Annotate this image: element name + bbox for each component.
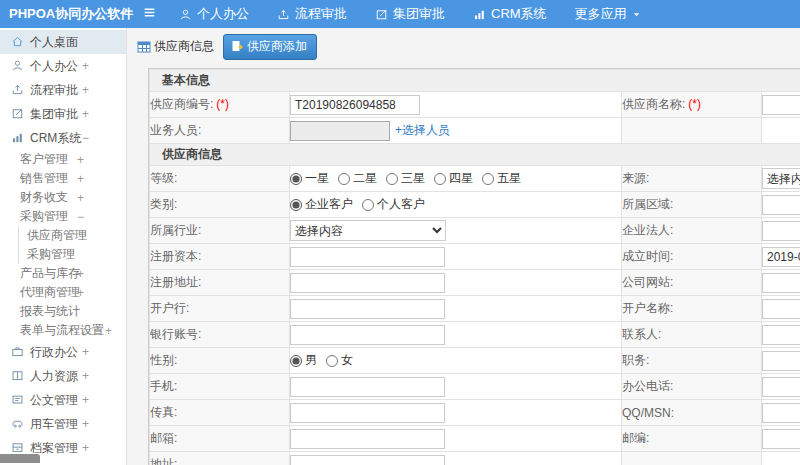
sidebar-item-finance-mgmt[interactable]: 财务收支+: [0, 188, 126, 207]
sidebar-item-workflow-approval[interactable]: 流程审批+: [0, 78, 126, 102]
tab-supplier-add[interactable]: 供应商添加: [223, 34, 317, 60]
sidebar-item-customer-mgmt[interactable]: 客户管理+: [0, 150, 126, 169]
supplier-code-input[interactable]: [290, 95, 420, 115]
level-option-1[interactable]: 二星: [338, 170, 377, 187]
sidebar-item-reports-statistics[interactable]: 报表与统计: [0, 302, 126, 321]
radio-option-label: 一星: [305, 170, 329, 187]
mobile-input[interactable]: [290, 377, 445, 397]
choose-person-link[interactable]: +选择人员: [395, 123, 450, 137]
address-input[interactable]: [290, 455, 445, 465]
expand-toggle[interactable]: −: [77, 210, 84, 224]
expand-toggle[interactable]: −: [82, 131, 89, 145]
sidebar-item-group-approval[interactable]: 集团审批+: [0, 102, 126, 126]
sidebar-item-label: CRM系统: [30, 130, 81, 147]
menu-toggle[interactable]: [142, 5, 157, 24]
sidebar-item-purchasing-mgmt[interactable]: 采购管理: [18, 245, 126, 264]
sidebar-item-sales-mgmt[interactable]: 销售管理+: [0, 169, 126, 188]
sidebar-item-label: 人力资源: [30, 368, 78, 385]
gender-field-cell: 男女: [290, 348, 622, 374]
upload-icon: [277, 8, 290, 21]
category-option-1[interactable]: 个人客户: [362, 196, 425, 213]
zip-code-input[interactable]: [762, 429, 800, 449]
expand-toggle[interactable]: +: [77, 172, 84, 186]
expand-toggle[interactable]: +: [77, 286, 84, 300]
radio-option-label: 男: [305, 352, 317, 369]
gender-option-1[interactable]: 女: [326, 352, 353, 369]
radio-button[interactable]: [386, 173, 398, 185]
sidebar-item-admin-office[interactable]: 行政办公+: [0, 340, 126, 364]
contact-person-input[interactable]: [762, 325, 800, 345]
sidebar-item-purchase-mgmt[interactable]: 采购管理−: [0, 207, 126, 226]
nav-item-label: 更多应用: [575, 5, 627, 23]
industry-select[interactable]: 选择内容: [290, 220, 446, 241]
expand-toggle[interactable]: +: [105, 324, 112, 338]
region-input[interactable]: [762, 195, 800, 215]
nav-item-more-apps[interactable]: 更多应用: [561, 0, 655, 28]
radio-button[interactable]: [482, 173, 494, 185]
sidebar-item-form-workflow-settings[interactable]: 表单与流程设置+: [0, 321, 126, 340]
sidebar-item-supplier-mgmt[interactable]: 供应商管理: [18, 226, 126, 245]
level-option-2[interactable]: 三星: [386, 170, 425, 187]
expand-toggle[interactable]: +: [82, 417, 89, 431]
gender-option-0[interactable]: 男: [290, 352, 317, 369]
level-option-3[interactable]: 四星: [434, 170, 473, 187]
radio-button[interactable]: [338, 173, 350, 185]
founded-date-input[interactable]: [762, 247, 800, 267]
category-option-0[interactable]: 企业客户: [290, 196, 353, 213]
sidebar-item-personal-office[interactable]: 个人办公+: [0, 54, 126, 78]
gender-radio-group: 男女: [290, 352, 621, 369]
registered-capital-input[interactable]: [290, 247, 445, 267]
radio-button[interactable]: [434, 173, 446, 185]
qq-msn-input[interactable]: [762, 403, 800, 423]
sidebar-item-document-mgmt[interactable]: 公文管理+: [0, 388, 126, 412]
sidebar-item-crm-system[interactable]: CRM系统−: [0, 126, 126, 150]
legal-person-input[interactable]: [762, 221, 800, 241]
expand-toggle[interactable]: +: [77, 191, 84, 205]
supplier-name-input[interactable]: [762, 95, 800, 115]
nav-item-personal-office[interactable]: 个人办公: [165, 0, 263, 28]
expand-toggle[interactable]: +: [82, 369, 89, 383]
sidebar-item-personal-desktop[interactable]: 个人桌面: [0, 30, 126, 54]
nav-item-label: 个人办公: [197, 5, 249, 23]
level-option-4[interactable]: 五星: [482, 170, 521, 187]
account-name-input[interactable]: [762, 299, 800, 319]
expand-toggle[interactable]: +: [82, 393, 89, 407]
level-option-0[interactable]: 一星: [290, 170, 329, 187]
sidebar-item-agent-mgmt[interactable]: 代理商管理+: [0, 283, 126, 302]
email-input[interactable]: [290, 429, 445, 449]
bank-account-input[interactable]: [290, 325, 445, 345]
expand-toggle[interactable]: +: [82, 83, 89, 97]
registered-address-input[interactable]: [290, 273, 445, 293]
briefcase-icon: [11, 345, 25, 359]
radio-button[interactable]: [290, 199, 302, 211]
radio-button[interactable]: [290, 173, 302, 185]
nav-item-workflow-approval[interactable]: 流程审批: [263, 0, 361, 28]
sidebar-item-human-resources[interactable]: 人力资源+: [0, 364, 126, 388]
radio-button[interactable]: [326, 355, 338, 367]
sidebar-item-vehicle-mgmt[interactable]: 用车管理+: [0, 412, 126, 436]
office-phone-input[interactable]: [762, 377, 800, 397]
expand-toggle[interactable]: +: [82, 345, 89, 359]
expand-toggle[interactable]: +: [82, 59, 89, 73]
nav-item-group-approval[interactable]: 集团审批: [361, 0, 459, 28]
radio-button[interactable]: [290, 355, 302, 367]
level-field-cell: 一星二星三星四星五星: [290, 166, 622, 192]
expand-toggle[interactable]: +: [77, 153, 84, 167]
position-input[interactable]: [762, 351, 800, 371]
business-person-input[interactable]: [290, 121, 390, 141]
company-website-input[interactable]: [762, 273, 800, 293]
expand-toggle[interactable]: +: [82, 107, 89, 121]
expand-toggle[interactable]: +: [77, 267, 84, 281]
sidebar-item-product-inventory[interactable]: 产品与库存+: [0, 264, 126, 283]
source-select[interactable]: 选择内容: [762, 168, 800, 189]
field-label: 邮编:: [622, 431, 649, 445]
tab-supplier-info[interactable]: 供应商信息: [135, 38, 223, 55]
business-person-field-cell: +选择人员: [290, 118, 622, 144]
bank-branch-input[interactable]: [290, 299, 445, 319]
supplier-name-field-cell: [762, 92, 800, 118]
nav-item-crm-system[interactable]: CRM系统: [459, 0, 561, 28]
radio-button[interactable]: [362, 199, 374, 211]
fax-input[interactable]: [290, 403, 445, 423]
registered-capital-label: 注册资本:: [150, 244, 290, 270]
expand-toggle[interactable]: +: [82, 441, 89, 455]
